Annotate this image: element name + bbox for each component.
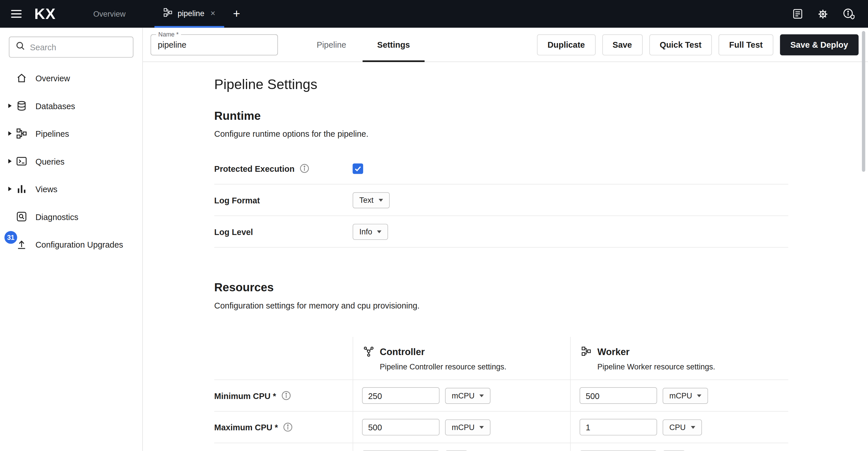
tab-settings[interactable]: Settings	[362, 27, 425, 62]
topbar-tab-overview[interactable]: Overview	[88, 9, 131, 19]
worker-max-cpu-input[interactable]	[580, 419, 657, 435]
views-icon	[15, 182, 28, 195]
database-icon	[15, 99, 28, 112]
header-buttons: Duplicate Save Quick Test Full Test Save…	[537, 34, 859, 55]
quick-test-button[interactable]: Quick Test	[649, 34, 712, 55]
expand-caret-icon[interactable]	[5, 187, 14, 191]
controller-min-cpu-input[interactable]	[362, 387, 439, 404]
app-window: KX Overview pipeline × +	[0, 0, 868, 451]
nodes-icon	[581, 345, 592, 359]
pipeline-icon	[15, 127, 28, 140]
log-level-label: Log Level	[214, 227, 253, 236]
topbar-tab-pipeline-label: pipeline	[178, 9, 205, 18]
sidebar-item-label: Databases	[35, 101, 75, 111]
form-row-protected-execution: Protected Execution	[214, 153, 788, 185]
topbar-actions	[792, 7, 856, 20]
chevron-down-icon	[691, 426, 695, 429]
search-icon	[15, 40, 26, 54]
controller-column-header: Controller Pipeline Controller resource …	[352, 337, 570, 380]
page-title: Pipeline Settings	[214, 77, 868, 92]
protected-execution-checkbox[interactable]	[352, 163, 363, 174]
topbar: KX Overview pipeline × +	[0, 0, 868, 28]
pipeline-name-input[interactable]	[151, 35, 277, 55]
pipeline-subheader: Name * Pipeline Settings Duplicate Save …	[143, 28, 868, 62]
form-row-log-level: Log Level Info	[214, 216, 788, 248]
chevron-down-icon	[479, 426, 484, 429]
protected-execution-label: Protected Execution	[214, 164, 294, 173]
worker-min-cpu-input[interactable]	[580, 387, 657, 404]
chevron-down-icon	[697, 394, 702, 397]
pipeline-name-field: Name *	[151, 34, 278, 55]
view-tabs: Pipeline Settings	[301, 27, 425, 62]
hub-icon	[363, 345, 374, 359]
report-icon[interactable]	[792, 8, 804, 20]
sidebar-item-queries[interactable]: Queries	[0, 147, 143, 175]
controller-max-cpu-unit-select[interactable]: mCPU	[445, 419, 491, 435]
controller-min-cpu-unit-select[interactable]: mCPU	[445, 388, 491, 403]
queries-icon	[15, 154, 28, 168]
resources-description: Configuration settings for memory and cp…	[214, 301, 868, 310]
chevron-down-icon	[379, 198, 383, 201]
table-row-partial	[214, 443, 788, 451]
sidebar: Overview Databases Pip	[0, 28, 143, 451]
sidebar-item-databases[interactable]: Databases	[0, 92, 143, 119]
log-format-label: Log Format	[214, 195, 260, 205]
info-icon[interactable]	[299, 164, 309, 173]
maximum-cpu-label: Maximum CPU *	[214, 423, 278, 432]
info-icon[interactable]	[283, 422, 293, 432]
controller-max-cpu-input[interactable]	[362, 419, 439, 435]
sidebar-item-configuration-upgrades[interactable]: 31 Configuration Upgrades	[0, 230, 143, 258]
upload-icon	[15, 237, 28, 251]
save-deploy-button[interactable]: Save & Deploy	[780, 34, 859, 55]
sidebar-item-pipelines[interactable]: Pipelines	[0, 120, 143, 147]
upgrade-count-badge: 31	[4, 231, 17, 244]
chevron-down-icon	[377, 230, 381, 233]
form-row-log-format: Log Format Text	[214, 185, 788, 216]
table-row-maximum-cpu: Maximum CPU * mCPU	[214, 412, 788, 443]
vertical-scrollbar[interactable]	[862, 31, 865, 172]
sidebar-item-overview[interactable]: Overview	[0, 64, 143, 92]
kx-logo: KX	[34, 5, 56, 22]
sidebar-item-label: Queries	[35, 157, 64, 166]
worker-max-cpu-unit-select[interactable]: CPU	[662, 419, 702, 435]
search-input[interactable]	[30, 43, 124, 52]
info-shield-icon[interactable]	[842, 7, 856, 20]
home-icon	[15, 72, 28, 85]
add-tab-button[interactable]: +	[233, 8, 240, 20]
expand-caret-icon[interactable]	[5, 131, 14, 136]
expand-caret-icon[interactable]	[5, 159, 14, 163]
sidebar-search[interactable]	[9, 36, 133, 57]
runtime-description: Configure runtime options for the pipeli…	[214, 129, 868, 138]
minimum-cpu-label: Minimum CPU *	[214, 391, 276, 400]
chevron-down-icon	[479, 394, 484, 397]
sidebar-item-views[interactable]: Views	[0, 175, 143, 202]
diagnostics-icon	[15, 210, 28, 223]
runtime-heading: Runtime	[214, 109, 868, 122]
close-tab-icon[interactable]: ×	[210, 8, 215, 18]
gear-icon[interactable]	[817, 7, 829, 20]
tab-pipeline[interactable]: Pipeline	[301, 27, 362, 62]
resources-table-header: Controller Pipeline Controller resource …	[214, 337, 788, 380]
save-button[interactable]: Save	[602, 34, 642, 55]
log-level-select[interactable]: Info	[352, 224, 388, 239]
runtime-form: Protected Execution Log Format	[214, 153, 788, 248]
sidebar-item-label: Views	[35, 184, 57, 194]
pipeline-tab-icon	[163, 7, 173, 19]
expand-caret-icon[interactable]	[5, 104, 14, 108]
sidebar-item-diagnostics[interactable]: Diagnostics	[0, 203, 143, 230]
name-field-label: Name *	[156, 31, 181, 37]
settings-panel: Pipeline Settings Runtime Configure runt…	[143, 62, 868, 451]
duplicate-button[interactable]: Duplicate	[537, 34, 595, 55]
info-icon[interactable]	[281, 391, 291, 401]
worker-min-cpu-unit-select[interactable]: mCPU	[662, 388, 708, 403]
topbar-tab-pipeline[interactable]: pipeline ×	[154, 0, 224, 28]
sidebar-item-label: Diagnostics	[35, 212, 79, 222]
worker-column-header: Worker Pipeline Worker resource settings…	[570, 337, 788, 380]
full-test-button[interactable]: Full Test	[719, 34, 773, 55]
menu-icon[interactable]	[11, 0, 26, 28]
log-format-select[interactable]: Text	[352, 192, 390, 208]
sidebar-item-label: Configuration Upgrades	[35, 239, 123, 249]
table-row-minimum-cpu: Minimum CPU * mCPU	[214, 380, 788, 412]
resources-heading: Resources	[214, 281, 868, 294]
sidebar-item-label: Pipelines	[35, 129, 69, 138]
